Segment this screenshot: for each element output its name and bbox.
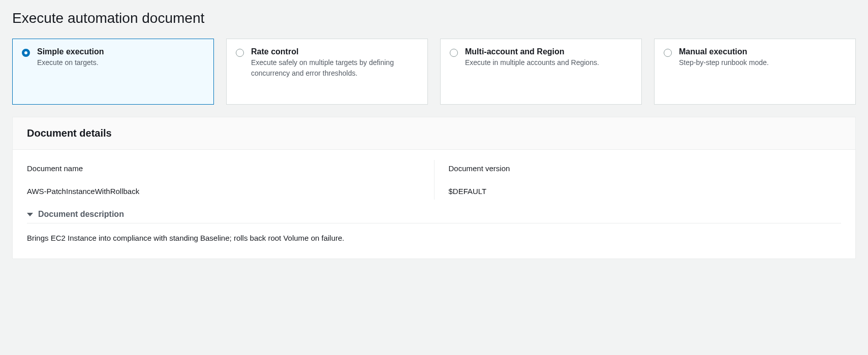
- option-title: Simple execution: [37, 47, 204, 56]
- option-simple-execution[interactable]: Simple execution Execute on targets.: [12, 39, 214, 105]
- document-version-value: $DEFAULT: [449, 187, 842, 196]
- document-details-panel: Document details Document name AWS-Patch…: [12, 117, 856, 259]
- option-desc: Step-by-step runbook mode.: [679, 57, 846, 68]
- document-name-value: AWS-PatchInstanceWithRollback: [27, 187, 420, 196]
- option-desc: Execute in multiple accounts and Regions…: [465, 57, 632, 68]
- page-title: Execute automation document: [12, 10, 856, 26]
- option-manual-execution[interactable]: Manual execution Step-by-step runbook mo…: [654, 39, 856, 105]
- option-title: Multi-account and Region: [465, 47, 632, 56]
- option-rate-control[interactable]: Rate control Execute safely on multiple …: [226, 39, 428, 105]
- execution-options: Simple execution Execute on targets. Rat…: [12, 39, 856, 105]
- document-description-text: Brings EC2 Instance into compliance with…: [27, 223, 841, 244]
- document-name-label: Document name: [27, 164, 420, 173]
- radio-icon: [450, 49, 458, 57]
- radio-icon: [236, 49, 244, 57]
- panel-header: Document details: [13, 117, 855, 150]
- option-title: Rate control: [251, 47, 418, 56]
- option-title: Manual execution: [679, 47, 846, 56]
- radio-icon: [22, 49, 30, 57]
- option-desc: Execute on targets.: [37, 57, 204, 68]
- document-description-expander[interactable]: Document description: [27, 204, 841, 223]
- expander-title: Document description: [38, 210, 124, 219]
- caret-down-icon: [27, 213, 33, 216]
- document-version-label: Document version: [449, 164, 842, 173]
- option-desc: Execute safely on multiple targets by de…: [251, 57, 418, 79]
- option-multi-account-region[interactable]: Multi-account and Region Execute in mult…: [440, 39, 642, 105]
- panel-title: Document details: [27, 127, 841, 139]
- radio-icon: [664, 49, 672, 57]
